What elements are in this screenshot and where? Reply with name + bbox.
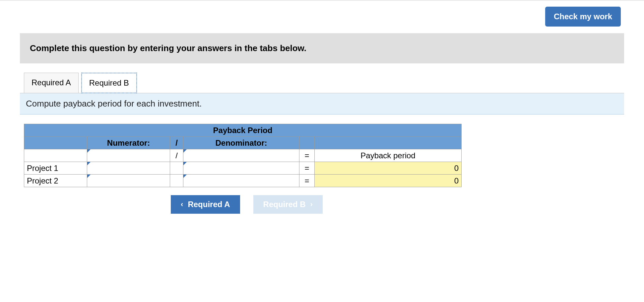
result-project1: 0 [315, 162, 462, 175]
prev-label: Required A [188, 200, 230, 209]
header-blank-eq [299, 137, 315, 149]
nav-buttons: ‹ Required A Required B › [28, 195, 466, 214]
row-formula-label [24, 149, 87, 162]
instruction-text: Complete this question by entering your … [20, 33, 624, 63]
header-numerator: Numerator: [87, 137, 170, 149]
check-my-work-button[interactable]: Check my work [545, 7, 621, 27]
header-blank-result [315, 137, 462, 149]
row-label-project1: Project 1 [24, 162, 87, 175]
prev-required-a-button[interactable]: ‹ Required A [171, 195, 240, 214]
question-page: Check my work Complete this question by … [0, 0, 644, 214]
table-title: Payback Period [24, 124, 462, 137]
row-label-project2: Project 2 [24, 175, 87, 187]
content-area: Complete this question by entering your … [0, 33, 644, 214]
chevron-right-icon: › [310, 200, 313, 209]
input-numerator-project2[interactable] [87, 175, 170, 187]
payback-table: Payback Period Numerator: / Denominator:… [24, 124, 462, 187]
result-project2: 0 [315, 175, 462, 187]
next-label: Required B [263, 200, 306, 209]
slash-formula: / [170, 149, 183, 162]
header-blank [24, 137, 87, 149]
equals-project2: = [299, 175, 315, 187]
equals-formula: = [299, 149, 315, 162]
equals-project1: = [299, 162, 315, 175]
tab-strip: Required A Required B [20, 73, 624, 93]
panel-heading: Compute payback period for each investme… [20, 93, 624, 114]
tab-required-b[interactable]: Required B [81, 73, 137, 93]
table-container: Payback Period Numerator: / Denominator:… [20, 114, 624, 214]
input-denominator-project2[interactable] [183, 175, 299, 187]
slash-project1 [170, 162, 183, 175]
top-toolbar: Check my work [0, 7, 644, 27]
next-required-b-button[interactable]: Required B › [253, 195, 323, 214]
input-numerator-formula[interactable] [87, 149, 170, 162]
input-numerator-project1[interactable] [87, 162, 170, 175]
header-denominator: Denominator: [183, 137, 299, 149]
header-slash: / [170, 137, 183, 149]
slash-project2 [170, 175, 183, 187]
result-label: Payback period [315, 149, 462, 162]
input-denominator-project1[interactable] [183, 162, 299, 175]
input-denominator-formula[interactable] [183, 149, 299, 162]
tab-required-a[interactable]: Required A [24, 73, 79, 93]
chevron-left-icon: ‹ [181, 200, 183, 209]
